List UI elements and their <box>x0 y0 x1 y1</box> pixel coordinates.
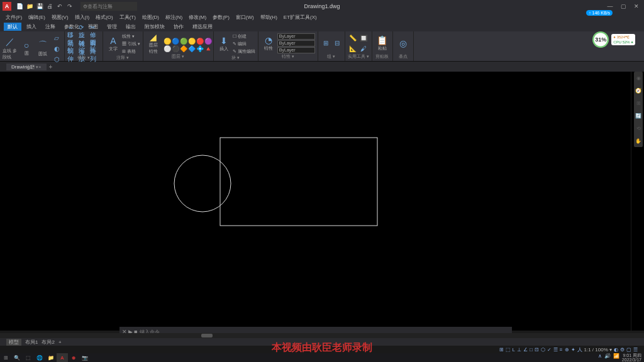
autocad-task-icon[interactable]: A <box>57 353 68 362</box>
paste-button[interactable]: 📋粘贴 <box>375 33 390 53</box>
tray-volume-icon[interactable]: 🔊 <box>604 353 611 362</box>
status-settings-icon[interactable]: ⚙ <box>620 347 625 353</box>
ungroup-icon[interactable]: ⊟ <box>332 38 342 48</box>
dim-linear[interactable]: 线性 ▾ <box>122 33 140 40</box>
search-button[interactable]: 🔍 <box>11 353 23 362</box>
tab-collab[interactable]: 协作 <box>170 23 187 31</box>
dim-leader[interactable]: ☰ 引线 ▾ <box>122 40 140 47</box>
line-button[interactable]: ／直线 多段线 <box>3 38 18 58</box>
properties-button[interactable]: ◔特性 <box>261 33 276 53</box>
tab-model[interactable]: 模型 <box>6 339 21 346</box>
tab-default[interactable]: 默认 <box>4 23 21 31</box>
menu-modify[interactable]: 修改(M) <box>187 14 208 21</box>
nav-pan-icon[interactable]: ⊞ <box>634 97 643 109</box>
close-button[interactable]: ✕ <box>630 2 643 11</box>
status-clean-icon[interactable]: ▢ <box>626 347 631 353</box>
menu-help[interactable]: 帮助(H) <box>258 14 279 21</box>
block-edit[interactable]: ✎ 编辑 <box>233 40 255 47</box>
menu-tools[interactable]: 工具(T) <box>118 14 138 21</box>
menu-insert[interactable]: 插入(I) <box>73 14 92 21</box>
layer-props-button[interactable]: ◢图层特性 <box>146 33 161 53</box>
status-otrack-icon[interactable]: □ <box>530 347 533 353</box>
tray-clock[interactable]: 9:01 周四 2022/3/17 <box>622 353 641 362</box>
tab-annotate[interactable]: 注释 <box>42 23 59 31</box>
ellipse-icon[interactable]: ◐ <box>52 43 62 53</box>
status-auto-icon[interactable]: ✦ <box>571 347 575 353</box>
status-menu-icon[interactable]: ☰ <box>633 347 638 353</box>
color-swatch[interactable]: ByLayer <box>277 33 315 40</box>
nav-wheel-icon[interactable]: ◉ <box>634 72 643 84</box>
tray-up-icon[interactable]: ∧ <box>598 353 602 362</box>
qat-new-icon[interactable]: 📄 <box>15 2 24 11</box>
tab-layout1[interactable]: 布局1 <box>25 339 38 346</box>
status-snap-icon[interactable]: ⬚ <box>506 347 511 353</box>
tab-addon[interactable]: 附加模块 <box>141 23 169 31</box>
zoom-control[interactable]: 1:1 / 100% ▾ <box>584 347 612 353</box>
paint-icon[interactable]: 🖌 <box>358 43 369 53</box>
nav-zoom-icon[interactable]: 🔄 <box>634 109 643 122</box>
qat-redo-icon[interactable]: ↷ <box>65 2 74 11</box>
status-ortho-icon[interactable]: L <box>513 347 515 353</box>
menu-draw[interactable]: 绘图(D) <box>140 14 161 21</box>
text-button[interactable]: A文字 <box>106 34 121 54</box>
status-polar-icon[interactable]: ⊥ <box>517 347 521 353</box>
measure-icon[interactable]: 📏 <box>348 33 358 43</box>
status-lineweight-icon[interactable]: ⬡ <box>541 347 545 353</box>
qat-open-icon[interactable]: 📁 <box>25 2 34 11</box>
browser-icon[interactable]: 🌐 <box>34 353 45 362</box>
qat-print-icon[interactable]: 🖨 <box>45 2 54 11</box>
status-anno-icon[interactable]: ⊕ <box>565 347 569 353</box>
qat-save-icon[interactable]: 💾 <box>35 2 44 11</box>
tab-featured[interactable]: 精选应用 <box>189 23 216 31</box>
minimize-button[interactable]: — <box>604 2 616 11</box>
dim-table[interactable]: ⊞ 表格 <box>122 48 140 55</box>
record-icon[interactable]: ● <box>68 353 79 362</box>
qat-undo-icon[interactable]: ↶ <box>55 2 64 11</box>
status-cycle-icon[interactable]: ☰ <box>553 347 558 353</box>
menu-window[interactable]: 窗口(W) <box>234 14 256 21</box>
horizontal-scrollbar[interactable] <box>0 333 644 338</box>
scrollbar-thumb[interactable] <box>201 334 213 337</box>
nav-hand-icon[interactable]: ✋ <box>634 134 643 147</box>
calc-icon[interactable]: 📐 <box>348 43 358 53</box>
arc-button[interactable]: ⌒圆弧 <box>35 38 50 58</box>
nav-orbit-icon[interactable]: ⟲ <box>634 122 643 134</box>
menu-edit[interactable]: 编辑(E) <box>26 14 47 21</box>
status-osnap-icon[interactable]: ∠ <box>523 347 528 353</box>
status-dyn-icon[interactable]: ⊡ <box>535 347 539 353</box>
group-icon[interactable]: ⊞ <box>321 38 331 48</box>
menu-view[interactable]: 视图(V) <box>50 14 70 21</box>
menu-file[interactable]: 文件(F) <box>4 14 24 21</box>
tab-add-layout[interactable]: + <box>58 339 62 345</box>
select-icon[interactable]: 🔲 <box>358 33 369 43</box>
status-extra-icon[interactable]: ◐ <box>614 347 618 353</box>
menu-format[interactable]: 格式(O) <box>94 14 115 21</box>
perf-monitor-badge[interactable]: 31% ● 3524℃ CPU 52% ● <box>592 31 635 48</box>
lineweight-swatch[interactable]: ByLayer <box>277 47 315 53</box>
status-ws-icon[interactable]: 人 <box>577 346 582 353</box>
tray-network-icon[interactable]: 📶 <box>613 353 619 362</box>
circle-button[interactable]: ○圆 <box>19 38 34 58</box>
menu-param[interactable]: 参数(P) <box>211 14 231 21</box>
explorer-icon[interactable]: 📁 <box>45 353 57 362</box>
insert-block-button[interactable]: ⬇插入 <box>216 34 231 54</box>
basepoint-button[interactable]: ◎ <box>396 33 411 53</box>
app-icon[interactable]: 📷 <box>79 353 91 362</box>
layer-icon[interactable]: 🔺 <box>203 43 213 53</box>
block-create[interactable]: ☐ 创建 <box>233 33 255 40</box>
tab-output[interactable]: 输出 <box>122 23 140 31</box>
maximize-button[interactable]: ▢ <box>617 2 630 11</box>
hatch-icon[interactable]: ⬡ <box>52 54 62 64</box>
drawing-canvas[interactable]: ◉ 🧭 ⊞ 🔄 ⟲ ✋ <box>0 72 644 331</box>
start-button[interactable]: ⊞ <box>0 353 11 362</box>
taskview-button[interactable]: ⬚ <box>23 353 34 362</box>
tab-manage[interactable]: 管理 <box>103 23 121 31</box>
tab-layout2[interactable]: 布局2 <box>42 339 54 346</box>
search-box[interactable]: ⚙ 查看与注释 <box>80 2 137 11</box>
linetype-swatch[interactable]: ByLayer <box>277 40 315 47</box>
nav-compass-icon[interactable]: 🧭 <box>634 84 643 97</box>
block-attr[interactable]: ✎ 属性编辑 <box>233 48 255 55</box>
status-grid-icon[interactable]: ⊞ <box>499 347 504 353</box>
tab-insert[interactable]: 插入 <box>23 23 40 31</box>
status-3d-icon[interactable]: ≡ <box>560 347 563 353</box>
